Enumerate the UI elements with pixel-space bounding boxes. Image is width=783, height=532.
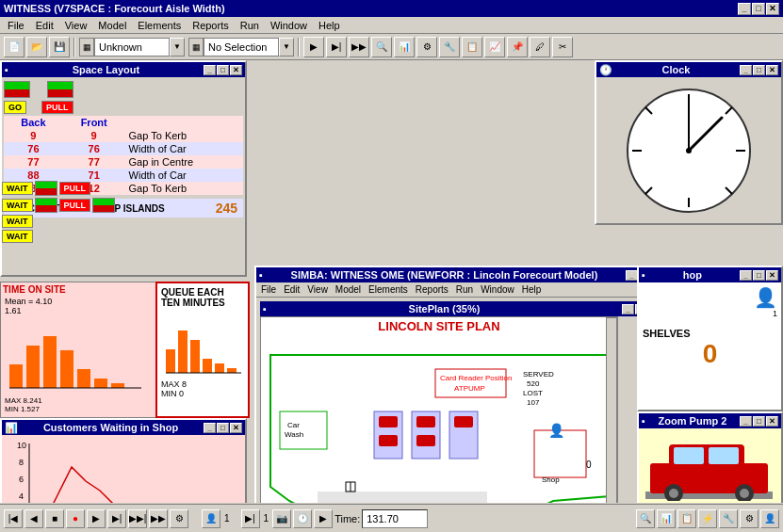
menu-bar: File Edit View Model Elements Reports Ru… (0, 17, 783, 34)
no-selection-arrow[interactable]: ▼ (279, 38, 294, 56)
status-tool-1[interactable]: ▶ (314, 509, 333, 528)
record-button[interactable]: ● (66, 509, 85, 528)
fast-forward-button[interactable]: ▶▶ (149, 509, 168, 528)
unknown-dropdown[interactable]: Unknown (94, 38, 170, 56)
cb-4 (35, 198, 57, 213)
tool-btn-4[interactable]: 📊 (394, 37, 415, 57)
shop-minimize[interactable]: _ (740, 270, 752, 281)
space-layout-maximize[interactable]: □ (217, 65, 229, 75)
wait-btn-1[interactable]: WAIT (2, 182, 33, 195)
shop-close[interactable]: ✕ (766, 270, 778, 281)
go-button[interactable]: GO (4, 101, 26, 114)
space-layout-win-buttons: _ □ ✕ (204, 65, 242, 75)
menu-edit[interactable]: Edit (30, 19, 59, 32)
simba-menu-window[interactable]: Window (477, 283, 518, 296)
menu-window[interactable]: Window (265, 19, 313, 32)
zoom-pump-title: Zoom Pump 2 (659, 415, 727, 427)
simba-menu-help[interactable]: Help (518, 283, 546, 296)
maximize-button[interactable]: □ (752, 3, 765, 15)
status-right-1[interactable]: 🔍 (636, 509, 655, 528)
camera-button[interactable]: 📷 (272, 509, 291, 528)
tool-btn-5[interactable]: ⚙ (416, 37, 437, 57)
skip-back-button[interactable]: |◀ (4, 509, 23, 528)
svg-rect-21 (178, 330, 188, 373)
menu-help[interactable]: Help (313, 19, 346, 32)
step-button[interactable]: ▶| (326, 37, 347, 57)
tool-a[interactable]: ▶| (241, 509, 260, 528)
close-button[interactable]: ✕ (766, 3, 779, 15)
zoom-maximize[interactable]: □ (753, 416, 765, 427)
simba-menu-model[interactable]: Model (332, 283, 365, 296)
siteplan-scrollbar-v[interactable] (606, 317, 617, 503)
menu-view[interactable]: View (59, 19, 93, 32)
simba-menu-edit[interactable]: Edit (280, 283, 303, 296)
svg-text:107: 107 (527, 398, 540, 407)
front-value: 71 (63, 169, 125, 182)
tool-btn-11[interactable]: ✂ (552, 37, 573, 57)
pull-button-1[interactable]: PULL (41, 101, 73, 114)
tool-btn-9[interactable]: 📌 (507, 37, 528, 57)
space-layout-window: ▪ Space Layout _ □ ✕ (0, 60, 247, 277)
menu-reports[interactable]: Reports (187, 19, 235, 32)
simba-menu-view[interactable]: View (303, 283, 332, 296)
play-button[interactable]: ▶ (87, 509, 106, 528)
status-right-7[interactable]: 👤 (760, 509, 779, 528)
shop-title-bar: ▪ hop _ □ ✕ (639, 267, 781, 282)
status-right-6[interactable]: ⚙ (740, 509, 759, 528)
simba-menu-reports[interactable]: Reports (412, 283, 452, 296)
status-right-4[interactable]: ⚡ (698, 509, 717, 528)
run-button[interactable]: ▶ (303, 37, 324, 57)
simba-menu-run[interactable]: Run (452, 283, 477, 296)
step-back-button[interactable]: ◀ (24, 509, 43, 528)
clock-maximize[interactable]: □ (753, 65, 765, 75)
no-selection-dropdown[interactable]: No Selection (204, 38, 279, 56)
cw-minimize[interactable]: _ (204, 423, 216, 433)
wait-btn-3[interactable]: WAIT (2, 215, 33, 228)
zoom-close[interactable]: ✕ (766, 416, 778, 427)
status-right-5[interactable]: 🔧 (719, 509, 738, 528)
simba-menu-elements[interactable]: Elements (365, 283, 412, 296)
pull-btn-2[interactable]: PULL (59, 182, 91, 195)
menu-model[interactable]: Model (92, 19, 132, 32)
step-forward-button[interactable]: ▶| (107, 509, 126, 528)
open-button[interactable]: 📂 (26, 37, 47, 57)
space-layout-minimize[interactable]: _ (204, 65, 216, 75)
skip-forward-button[interactable]: ▶▶| (128, 509, 147, 528)
cw-close[interactable]: ✕ (230, 423, 242, 433)
settings-button[interactable]: ⚙ (170, 509, 188, 528)
simba-menu: File Edit View Model Elements Reports Ru… (256, 282, 667, 298)
new-button[interactable]: 📄 (4, 37, 24, 57)
wait-btn-4[interactable]: WAIT (2, 230, 33, 243)
zoom-minimize[interactable]: _ (740, 416, 752, 427)
menu-run[interactable]: Run (235, 19, 265, 32)
cw-maximize[interactable]: □ (217, 423, 229, 433)
tool-btn-3[interactable]: 🔍 (371, 37, 392, 57)
tool-btn-8[interactable]: 📈 (484, 37, 505, 57)
zoom-pump-window: ▪ Zoom Pump 2 _ □ ✕ (637, 411, 783, 503)
shop-icon: ▪ (642, 269, 645, 281)
status-right-3[interactable]: 📋 (677, 509, 696, 528)
status-right-2[interactable]: 📊 (657, 509, 676, 528)
unknown-dropdown-arrow[interactable]: ▼ (170, 38, 185, 56)
shop-maximize[interactable]: □ (753, 270, 765, 281)
space-layout-close[interactable]: ✕ (230, 65, 242, 75)
customers-waiting-title-bar: 📊 Customers Waiting in Shop _ □ ✕ (2, 420, 245, 435)
menu-elements[interactable]: Elements (132, 19, 187, 32)
tool-btn-7[interactable]: 📋 (462, 37, 482, 57)
minimize-button[interactable]: _ (738, 3, 751, 15)
main-area: ▪ Space Layout _ □ ✕ (0, 60, 783, 503)
fast-run-button[interactable]: ▶▶ (349, 37, 369, 57)
simba-menu-file[interactable]: File (257, 283, 280, 296)
pull-btn-3[interactable]: PULL (59, 199, 91, 212)
menu-file[interactable]: File (2, 19, 30, 32)
save-button[interactable]: 💾 (49, 37, 70, 57)
stop-button[interactable]: ■ (45, 509, 64, 528)
clock-minimize[interactable]: _ (740, 65, 752, 75)
clock-close[interactable]: ✕ (766, 65, 778, 75)
tool-btn-10[interactable]: 🖊 (530, 37, 550, 57)
agent-button[interactable]: 👤 (202, 509, 220, 528)
clock-button[interactable]: 🕐 (293, 509, 312, 528)
wait-btn-2[interactable]: WAIT (2, 199, 33, 212)
tool-btn-6[interactable]: 🔧 (439, 37, 460, 57)
siteplan-minimize[interactable]: _ (622, 304, 634, 314)
